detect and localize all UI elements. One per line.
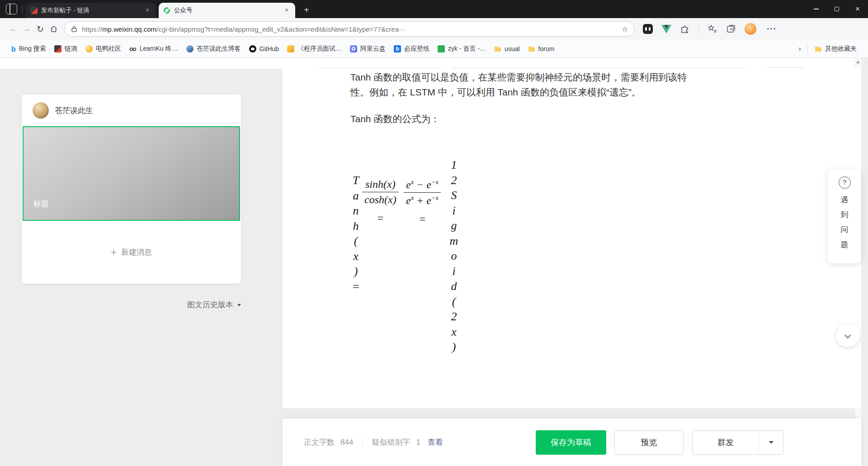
dot-icon — [645, 27, 647, 31]
send-options-button[interactable] — [759, 431, 783, 454]
lock-icon — [71, 25, 77, 33]
account-header: 苍茫误此生 — [22, 95, 241, 126]
typo-view-link[interactable]: 查看 — [428, 437, 443, 447]
folder-icon — [494, 45, 501, 52]
new-tab-button[interactable]: + — [300, 4, 313, 17]
bookmark-item[interactable]: bBing 搜索 — [7, 43, 50, 55]
minimize-button[interactable] — [806, 0, 826, 18]
typo-count: 1 — [416, 438, 420, 447]
bing-wallpaper-icon: b — [394, 45, 401, 52]
paragraph-line: Tanh 函数的取值可以是负值，在某些需要抑制神经元的场景时，需要利用到该特 — [350, 70, 766, 85]
back-button[interactable]: ← — [6, 22, 20, 36]
caret-down-icon — [237, 304, 241, 306]
tab-pane-icon — [9, 4, 10, 14]
toolbar-divider — [698, 24, 699, 33]
bookmark-folder[interactable]: forum — [524, 43, 559, 55]
paragraph: Tanh 函数的取值可以是负值，在某些需要抑制神经元的场景时，需要利用到该特 性… — [350, 70, 766, 100]
mp-favicon — [163, 7, 170, 14]
feedback-widget[interactable]: ? 遇到问题 — [828, 169, 861, 263]
bookmarks-overflow-button[interactable]: › — [795, 44, 805, 53]
account-avatar — [33, 102, 49, 119]
collections-icon[interactable] — [726, 24, 736, 34]
save-draft-button[interactable]: 保存为草稿 — [536, 430, 606, 455]
exponential-fraction: ex − e−x ex + e−x = — [404, 178, 441, 225]
other-favorites-folder[interactable]: 其他收藏夹 — [811, 43, 861, 55]
account-name: 苍茫误此生 — [55, 105, 93, 116]
send-button[interactable]: 群发 — [692, 430, 783, 455]
preview-button[interactable]: 预览 — [614, 430, 684, 455]
history-versions-button[interactable]: 图文历史版本 — [22, 300, 241, 310]
bookmark-item[interactable]: 电鸭社区 — [81, 43, 125, 55]
vue-devtools-icon[interactable] — [661, 25, 671, 33]
url-bar[interactable]: https://mp.weixin.qq.com/cgi-bin/appmsg?… — [64, 21, 635, 37]
refresh-button[interactable]: ↻ — [33, 22, 47, 36]
bing-icon: b — [11, 45, 16, 52]
octocat-face — [251, 48, 255, 50]
tab-close-icon[interactable]: × — [283, 6, 291, 14]
bookmark-item[interactable]: zyk - 首页 -… — [434, 43, 490, 55]
article-cover-selected[interactable]: 标题 — [23, 126, 240, 221]
bookmark-item[interactable]: LearnKu 终… — [125, 43, 182, 55]
scroll-up-arrow[interactable] — [856, 61, 860, 63]
bookmark-item[interactable]: b必应壁纸 — [390, 43, 434, 55]
formula-vertical-rhs: 1 2 S i g m o i d ( 2 x ) — [448, 157, 459, 355]
bookmark-item[interactable]: GitHub — [245, 43, 283, 55]
caret-down-icon — [769, 441, 774, 444]
word-count-value: 844 — [340, 438, 353, 447]
bookmarks-divider — [807, 44, 808, 53]
tab-close-icon[interactable]: × — [143, 6, 151, 14]
titlebar-divider — [22, 5, 23, 13]
feedback-label: 遇到问题 — [840, 192, 849, 252]
add-favorite-icon[interactable]: ☆ — [622, 25, 628, 33]
dark-extension-icon[interactable] — [643, 24, 653, 34]
document-stats: 正文字数 844 疑似错别字 1 查看 — [304, 418, 443, 466]
question-mark-icon: ? — [839, 176, 851, 189]
home-button[interactable] — [47, 22, 61, 36]
editor-footer: 正文字数 844 疑似错别字 1 查看 保存为草稿 预览 群发 — [283, 418, 861, 466]
aliyundrive-icon — [350, 45, 357, 52]
bookmark-item[interactable]: 《程序员面试… — [283, 43, 346, 55]
browser-tab-mp[interactable]: 公众号 × — [159, 3, 295, 18]
blog-avatar-icon — [186, 45, 193, 52]
folder-icon — [815, 45, 822, 52]
drive-circle — [352, 47, 355, 51]
browser-menu-button[interactable]: ··· — [765, 22, 778, 36]
editor-canvas[interactable]: Tanh 函数的取值可以是负值，在某些需要抑制神经元的场景时，需要利用到该特 性… — [283, 69, 861, 408]
typo-label: 疑似错别字 — [372, 437, 410, 447]
tanh-formula: T a n h ( x ) = sinh(x) cosh(x) = ex − e… — [350, 157, 477, 357]
formula-vertical-lhs: T a n h ( x ) = — [350, 173, 361, 294]
extensions-puzzle-icon[interactable] — [680, 24, 690, 34]
browser-tab-liandi[interactable]: 发布新帖子 - 链滴 × — [26, 3, 156, 18]
github-icon — [249, 45, 256, 52]
article-card: 苍茫误此生 标题 + 新建消息 — [22, 95, 241, 284]
bookmark-item[interactable]: 链滴 — [50, 43, 81, 55]
browser-titlebar: 发布新帖子 - 链滴 × 公众号 × + × — [0, 0, 868, 18]
tab-title: 公众号 — [174, 6, 279, 14]
collapse-widget-button[interactable] — [836, 323, 859, 347]
favorites-hub-icon[interactable] — [708, 24, 717, 34]
word-count-label: 正文字数 — [304, 437, 335, 447]
close-window-button[interactable]: × — [847, 0, 868, 18]
bookmark-item[interactable]: 阿里云盘 — [346, 43, 390, 55]
zyk-icon — [438, 45, 445, 52]
extensions-row: ··· — [643, 22, 778, 36]
url-text: https://mp.weixin.qq.com/cgi-bin/appmsg?… — [82, 25, 406, 33]
window-controls: × — [806, 0, 868, 18]
vertical-tabs-button[interactable] — [6, 4, 17, 14]
fraction-denominator: ex + e−x — [404, 193, 441, 207]
minimize-icon — [814, 9, 819, 10]
paragraph: Tanh 函数的公式为： — [350, 111, 440, 126]
message-list-sidebar: 苍茫误此生 标题 + 新建消息 图文历史版本 — [0, 69, 283, 408]
forward-button[interactable]: → — [20, 22, 33, 36]
new-message-button[interactable]: + 新建消息 — [22, 221, 241, 284]
bookmark-item[interactable]: 苍茫误此生博客 — [182, 43, 245, 55]
maximize-button[interactable] — [826, 0, 847, 18]
dot-icon — [649, 27, 651, 31]
bookmark-folder[interactable]: usual — [490, 43, 524, 55]
fraction-numerator: ex − e−x — [404, 178, 441, 193]
folder-icon — [528, 45, 535, 52]
browser-profile-avatar[interactable] — [745, 23, 756, 35]
plus-icon: + — [111, 247, 117, 258]
article-title-label: 标题 — [33, 199, 49, 209]
stats-divider — [362, 438, 363, 446]
